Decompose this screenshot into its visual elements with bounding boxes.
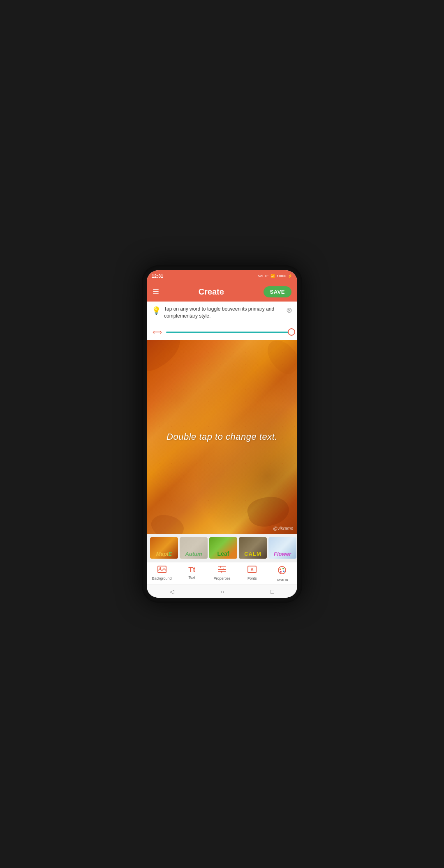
background-nav-label: Background [152,576,172,580]
fonts-nav-icon: A [247,566,257,575]
thumbnail-flower[interactable]: Flower [268,537,296,559]
status-time: 12:31 [152,274,163,279]
resize-icon: ⟺ [153,328,162,336]
volte-icon: VoLTE [258,274,269,278]
leaf-decoration-4 [148,511,187,534]
thumbnail-autumn[interactable]: Autum [180,537,208,559]
close-icon[interactable]: ⊗ [286,306,292,315]
width-slider[interactable] [166,332,291,333]
nav-item-textco[interactable]: TextCo [267,566,297,582]
svg-point-11 [280,569,281,570]
textco-nav-label: TextCo [276,578,288,582]
thumb-label-flower: Flower [268,551,296,557]
thumb-label-maple: MaplE [150,551,178,557]
status-bar: 12:31 VoLTE 📶 100% ⚡ [147,270,297,282]
svg-point-13 [283,571,284,572]
nav-item-fonts[interactable]: A Fonts [237,566,267,582]
text-nav-icon: Tt [188,566,195,574]
bottom-section: MaplE Autum Leaf CALM Flower BOAT [147,534,297,585]
svg-rect-7 [221,571,222,573]
recent-button[interactable]: □ [271,588,274,595]
svg-rect-3 [218,569,226,570]
svg-point-10 [278,566,286,574]
thumbnail-calm[interactable]: CALM [239,537,267,559]
android-nav: ◁ ○ □ [147,585,297,598]
nav-item-background[interactable]: Background [147,566,177,582]
save-button[interactable]: SAVE [264,286,291,297]
bottom-nav: Background Tt Text [147,562,297,585]
thumbnail-maple[interactable]: MaplE [150,537,178,559]
charging-icon: ⚡ [288,274,292,278]
phone-frame: 12:31 VoLTE 📶 100% ⚡ ☰ Create SAVE 💡 Tap… [142,265,302,603]
slider-section: ⟺ [147,324,297,340]
tip-banner: 💡 Tap on any word to toggle between its … [147,302,297,324]
home-button[interactable]: ○ [221,588,224,595]
app-header: ☰ Create SAVE [147,282,297,302]
properties-nav-label: Properties [213,576,230,580]
canvas-main-text[interactable]: Double tap to change text. [166,432,278,442]
thumb-label-leaf: Leaf [209,550,237,557]
battery-text: 100% [277,274,286,278]
hamburger-icon[interactable]: ☰ [153,287,159,296]
leaf-decoration-2 [261,340,297,378]
thumb-label-calm: CALM [239,551,267,557]
lightbulb-icon: 💡 [152,306,161,315]
thumbnail-leaf[interactable]: Leaf [209,537,237,559]
nav-item-properties[interactable]: Properties [207,566,237,582]
svg-point-12 [282,568,284,569]
nav-item-text[interactable]: Tt Text [177,566,207,582]
signal-icon: 📶 [271,274,275,278]
textco-nav-icon [278,566,287,577]
watermark-text: @vikrams [273,526,293,531]
svg-rect-2 [218,566,226,567]
properties-nav-icon [217,566,227,575]
text-nav-label: Text [189,576,196,580]
svg-text:A: A [251,567,254,572]
leaf-decoration-3 [245,492,292,530]
fonts-nav-label: Fonts [247,576,257,580]
svg-point-14 [280,571,282,573]
canvas-area[interactable]: Double tap to change text. @vikrams [147,340,297,534]
thumb-label-autumn: Autum [180,551,208,557]
canvas-background: Double tap to change text. @vikrams [147,340,297,534]
slider-thumb[interactable] [288,328,295,336]
phone-screen: 12:31 VoLTE 📶 100% ⚡ ☰ Create SAVE 💡 Tap… [147,270,297,598]
svg-rect-6 [223,569,224,570]
leaf-decoration-1 [147,340,189,375]
status-icons: VoLTE 📶 100% ⚡ [258,274,292,278]
background-nav-icon [157,566,166,575]
back-button[interactable]: ◁ [170,588,174,595]
tip-text: Tap on any word to toggle between its pr… [164,306,283,320]
svg-rect-5 [220,566,221,568]
thumbnails-row: MaplE Autum Leaf CALM Flower BOAT [147,534,297,562]
page-title: Create [199,287,224,297]
